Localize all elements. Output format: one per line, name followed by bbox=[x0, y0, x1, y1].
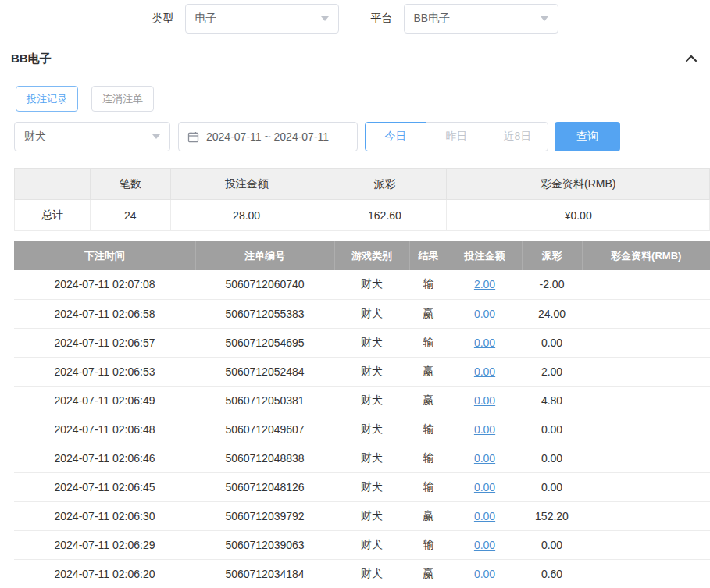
cell-payout: 0.00 bbox=[522, 415, 582, 444]
cell-order-number: 5060712052484 bbox=[195, 357, 334, 386]
today-button[interactable]: 今日 bbox=[365, 122, 426, 151]
cell-bet-time: 2024-07-11 02:06:20 bbox=[14, 559, 195, 588]
section-title: BB电子 bbox=[11, 52, 52, 66]
summary-header-bonus: 彩金资料(RMB) bbox=[447, 169, 710, 200]
tab-bet-records[interactable]: 投注记录 bbox=[16, 86, 78, 112]
section-header: BB电子 bbox=[0, 47, 710, 70]
summary-bet-amount-value: 28.00 bbox=[170, 200, 323, 231]
bet-amount-link[interactable]: 0.00 bbox=[474, 452, 495, 465]
cell-payout: 24.00 bbox=[522, 299, 582, 328]
cell-payout: 0.00 bbox=[522, 328, 582, 357]
bet-amount-link[interactable]: 0.00 bbox=[474, 365, 495, 378]
platform-label: 平台 bbox=[371, 12, 393, 26]
cell-bonus bbox=[582, 472, 710, 501]
cell-game-type: 财犬 bbox=[334, 299, 409, 328]
platform-filter-group: 平台 BB电子 bbox=[371, 4, 558, 34]
table-row: 2024-07-11 02:06:495060712050381财犬赢0.004… bbox=[14, 386, 710, 415]
cell-game-type: 财犬 bbox=[334, 530, 409, 559]
chevron-down-icon bbox=[541, 16, 548, 21]
cell-game-type: 财犬 bbox=[334, 501, 409, 530]
cell-game-type: 财犬 bbox=[334, 472, 409, 501]
bet-amount-link[interactable]: 0.00 bbox=[474, 568, 495, 580]
header-result: 结果 bbox=[409, 241, 448, 270]
cell-payout: 0.00 bbox=[522, 530, 582, 559]
cell-bonus bbox=[582, 501, 710, 530]
cell-result: 赢 bbox=[409, 501, 448, 530]
bet-amount-link[interactable]: 2.00 bbox=[474, 278, 495, 290]
header-payout: 派彩 bbox=[522, 241, 582, 270]
cell-game-type: 财犬 bbox=[334, 415, 409, 444]
cell-order-number: 5060712050381 bbox=[195, 386, 334, 415]
cell-bet-time: 2024-07-11 02:06:45 bbox=[14, 472, 195, 501]
summary-bonus-value: ¥0.00 bbox=[447, 200, 710, 231]
cell-result: 赢 bbox=[409, 357, 448, 386]
cell-payout: 0.60 bbox=[522, 559, 582, 588]
bet-amount-link[interactable]: 0.00 bbox=[474, 510, 495, 522]
cell-bet-amount: 0.00 bbox=[448, 328, 522, 357]
cell-bet-time: 2024-07-11 02:06:58 bbox=[14, 299, 195, 328]
cell-result: 输 bbox=[409, 270, 448, 299]
cell-bet-time: 2024-07-11 02:06:48 bbox=[14, 415, 195, 444]
tab-cancelled-orders[interactable]: 连消注单 bbox=[91, 86, 154, 112]
cell-bonus bbox=[582, 559, 710, 588]
cell-payout: 2.00 bbox=[522, 357, 582, 386]
chevron-down-icon bbox=[321, 16, 329, 21]
bets-table-body: 2024-07-11 02:07:085060712060740财犬输2.00-… bbox=[14, 270, 710, 588]
type-label: 类型 bbox=[152, 12, 174, 26]
calendar-icon bbox=[187, 131, 199, 143]
summary-header-row: 笔数 投注金额 派彩 彩金资料(RMB) bbox=[15, 169, 710, 200]
cell-bonus bbox=[582, 357, 710, 386]
bet-amount-link[interactable]: 0.00 bbox=[474, 337, 495, 349]
table-row: 2024-07-11 02:06:575060712054695财犬输0.000… bbox=[14, 328, 710, 357]
cell-bet-time: 2024-07-11 02:06:30 bbox=[14, 501, 195, 530]
bet-amount-link[interactable]: 0.00 bbox=[474, 423, 495, 436]
summary-payout-value: 162.60 bbox=[323, 200, 447, 231]
cell-bet-amount: 0.00 bbox=[448, 472, 522, 501]
cell-game-type: 财犬 bbox=[334, 386, 409, 415]
table-row: 2024-07-11 02:06:535060712052484财犬赢0.002… bbox=[14, 357, 710, 386]
yesterday-button[interactable]: 昨日 bbox=[426, 122, 487, 151]
table-row: 2024-07-11 02:06:305060712039792财犬赢0.001… bbox=[14, 501, 710, 530]
table-row: 2024-07-11 02:07:085060712060740财犬输2.00-… bbox=[14, 270, 710, 299]
platform-select[interactable]: BB电子 bbox=[404, 4, 558, 34]
cell-bonus bbox=[582, 530, 710, 559]
table-row: 2024-07-11 02:06:485060712049607财犬输0.000… bbox=[14, 415, 710, 444]
cell-order-number: 5060712039792 bbox=[195, 501, 334, 530]
search-button[interactable]: 查询 bbox=[555, 122, 620, 151]
summary-header-payout: 派彩 bbox=[323, 169, 447, 200]
chevron-down-icon bbox=[152, 134, 160, 139]
type-select[interactable]: 电子 bbox=[185, 4, 339, 34]
game-select[interactable]: 财犬 bbox=[14, 122, 170, 151]
header-game-type: 游戏类别 bbox=[334, 241, 409, 270]
summary-total-label: 总计 bbox=[15, 200, 91, 231]
collapse-button[interactable] bbox=[683, 53, 699, 64]
summary-total-row: 总计 24 28.00 162.60 ¥0.00 bbox=[15, 200, 710, 231]
bets-table: 下注时间 注单编号 游戏类别 结果 投注金额 派彩 彩金资料(RMB) 2024… bbox=[14, 241, 710, 588]
summary-header-bet-amount: 投注金额 bbox=[170, 169, 323, 200]
cell-bet-amount: 2.00 bbox=[448, 270, 522, 299]
summary-count-value: 24 bbox=[90, 200, 170, 231]
cell-game-type: 财犬 bbox=[334, 357, 409, 386]
cell-payout: 0.00 bbox=[522, 472, 582, 501]
record-type-tabs: 投注记录 连消注单 bbox=[16, 86, 710, 112]
filter-row: 财犬 2024-07-11 ~ 2024-07-11 今日 昨日 近8日 查询 bbox=[14, 122, 710, 151]
summary-header-empty bbox=[15, 169, 91, 200]
cell-bonus bbox=[582, 386, 710, 415]
platform-select-value: BB电子 bbox=[414, 12, 451, 26]
cell-bet-time: 2024-07-11 02:06:57 bbox=[14, 328, 195, 357]
bet-amount-link[interactable]: 0.00 bbox=[474, 539, 495, 551]
bet-amount-link[interactable]: 0.00 bbox=[474, 308, 495, 320]
cell-order-number: 5060712054695 bbox=[195, 328, 334, 357]
cell-bonus bbox=[582, 299, 710, 328]
cell-bet-amount: 0.00 bbox=[448, 299, 522, 328]
cell-payout: 152.20 bbox=[522, 501, 582, 530]
cell-order-number: 5060712039063 bbox=[195, 530, 334, 559]
bet-amount-link[interactable]: 0.00 bbox=[474, 481, 495, 494]
last-8-days-button[interactable]: 近8日 bbox=[487, 122, 548, 151]
cell-payout: 4.80 bbox=[522, 386, 582, 415]
cell-order-number: 5060712034184 bbox=[195, 559, 334, 588]
cell-result: 输 bbox=[409, 472, 448, 501]
date-range-picker[interactable]: 2024-07-11 ~ 2024-07-11 bbox=[178, 122, 358, 151]
bet-amount-link[interactable]: 0.00 bbox=[474, 394, 495, 407]
cell-bet-time: 2024-07-11 02:07:08 bbox=[14, 270, 195, 299]
